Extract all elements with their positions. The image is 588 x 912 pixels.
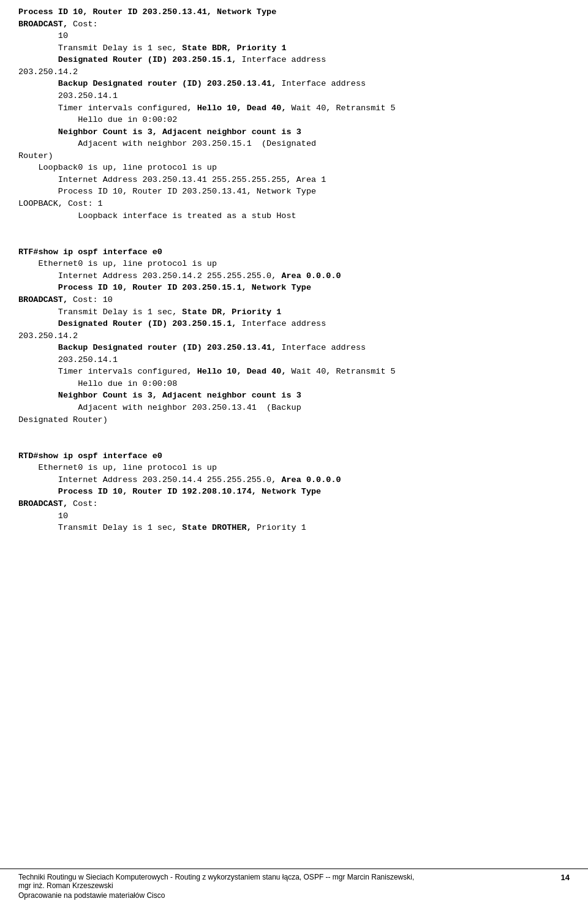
section-3-bold-3: State DROTHER,	[182, 523, 251, 532]
section-3-bold-2: Process ID 10, Router ID 192.208.10.174,…	[18, 487, 321, 508]
section-2-bold-7: Neighbor Count is 3, Adjacent neighbor c…	[58, 391, 301, 400]
section-3: RTD#show ip ospf interface e0 Ethernet0 …	[18, 438, 570, 534]
section-1-bold-4: Backup Designated router (ID) 203.250.13…	[58, 79, 276, 88]
main-content: Process ID 10, Router ID 203.250.13.41, …	[18, 6, 570, 534]
section-1-bold-1: Process ID 10, Router ID 203.250.13.41, …	[18, 7, 276, 29]
footer-bottom-text: Opracowanie na podstawie materiałów Cisc…	[18, 891, 165, 900]
section-1-bold-6: Neighbor Count is 3, Adjacent neighbor c…	[58, 127, 301, 137]
section-2-prefix: RTF#show ip ospf interface e0	[18, 247, 162, 257]
section-3-bold-1: Area 0.0.0.0	[281, 475, 341, 484]
footer-citation-text: Techniki Routingu w Sieciach Komputerowy…	[18, 873, 414, 881]
section-2-bold-3: State DR, Priority 1	[182, 307, 281, 317]
footer-author: mgr inż. Roman Krzeszewski	[18, 881, 113, 890]
section-3-content: RTD#show ip ospf interface e0 Ethernet0 …	[18, 438, 570, 534]
page-number: 14	[561, 873, 570, 882]
section-2-bold-5: Backup Designated router (ID) 203.250.13…	[58, 343, 276, 352]
footer-citation: Techniki Routingu w Sieciach Komputerowy…	[18, 873, 561, 890]
section-1: Process ID 10, Router ID 203.250.13.41, …	[18, 6, 570, 222]
section-2-bold-4: Designated Router (ID) 203.250.15.1,	[58, 319, 237, 328]
section-2-content: RTF#show ip ospf interface e0 Ethernet0 …	[18, 234, 570, 426]
section-1-bold-2: State BDR, Priority 1	[182, 43, 286, 53]
section-1-bold-5: Hello 10, Dead 40,	[197, 104, 287, 113]
section-1-bold-3: Designated Router (ID) 203.250.15.1,	[58, 55, 237, 64]
section-2: RTF#show ip ospf interface e0 Ethernet0 …	[18, 234, 570, 426]
section-2-bold-1: Area 0.0.0.0	[281, 271, 341, 281]
section-2-bold-6: Hello 10, Dead 40,	[197, 367, 287, 376]
section-1-content: Process ID 10, Router ID 203.250.13.41, …	[18, 6, 570, 222]
footer: Techniki Routingu w Sieciach Komputerowy…	[0, 869, 588, 900]
section-3-prefix: RTD#show ip ospf interface e0	[18, 451, 162, 461]
section-2-bold-2: Process ID 10, Router ID 203.250.15.1, N…	[18, 283, 311, 304]
